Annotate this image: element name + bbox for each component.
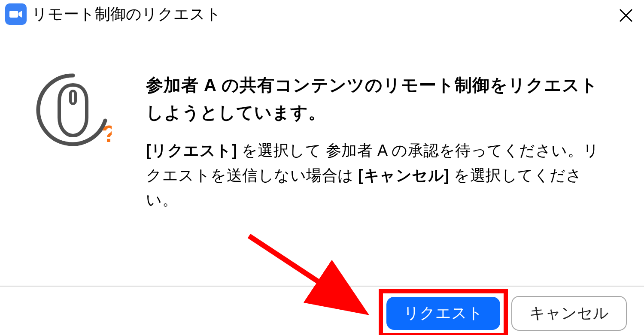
dialog-content: ? 参加者 A の共有コンテンツのリモート制御をリクエストしようとしています。 … [0, 28, 644, 229]
dialog-title: リモート制御のリクエスト [32, 4, 221, 25]
svg-rect-0 [9, 11, 18, 18]
close-icon [618, 8, 634, 23]
request-button[interactable]: リクエスト [386, 297, 500, 330]
zoom-app-icon [5, 3, 27, 25]
message-area: 参加者 A の共有コンテンツのリモート制御をリクエストしようとしています。 [リ… [146, 71, 618, 212]
video-camera-icon [8, 6, 24, 22]
close-button[interactable] [617, 6, 635, 25]
main-message: 参加者 A の共有コンテンツのリモート制御をリクエストしようとしています。 [146, 71, 610, 126]
cancel-button[interactable]: キャンセル [511, 296, 627, 331]
remote-control-mouse-icon: ? [34, 71, 112, 148]
sub-message-bold-1: [リクエスト] [146, 142, 237, 159]
titlebar: リモート制御のリクエスト [0, 0, 644, 28]
dialog-footer: リクエスト キャンセル [0, 286, 644, 335]
sub-message: [リクエスト] を選択して 参加者 A の承認を待ってください。リクエストを送信… [146, 138, 610, 212]
svg-rect-3 [70, 91, 76, 104]
svg-text:?: ? [102, 120, 112, 147]
request-button-wrap: リクエスト [386, 297, 500, 330]
sub-message-bold-2: [キャンセル] [358, 166, 449, 184]
